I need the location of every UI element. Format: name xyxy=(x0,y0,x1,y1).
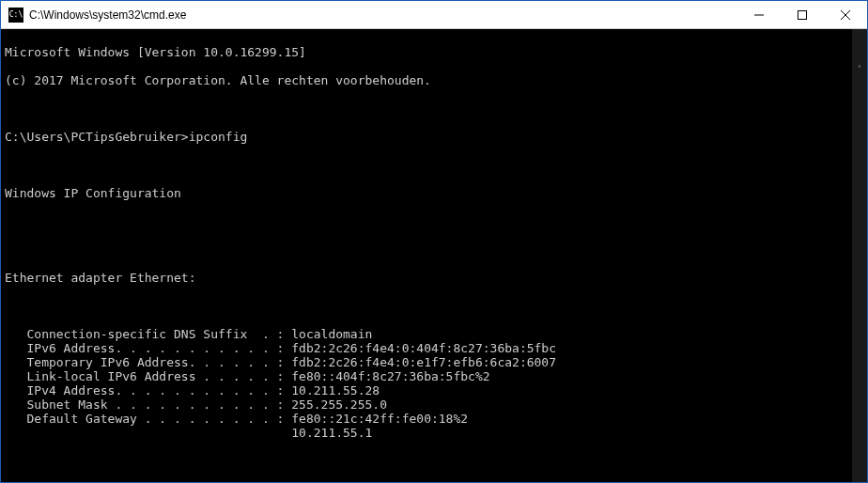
config-row: IPv6 Address. . . . . . . . . . . : fdb2… xyxy=(5,341,863,355)
minimize-icon xyxy=(754,10,764,20)
maximize-icon xyxy=(798,10,807,20)
blank-line xyxy=(5,158,863,172)
config-label: Temporary IPv6 Address. . . . . . : xyxy=(5,355,284,369)
config-row: Connection-specific DNS Suffix . : local… xyxy=(5,327,863,341)
command: ipconfig xyxy=(189,130,248,144)
svg-rect-1 xyxy=(798,10,807,19)
maximize-button[interactable] xyxy=(781,1,824,28)
blank-line xyxy=(5,299,863,313)
config-label: Connection-specific DNS Suffix . : xyxy=(5,327,284,341)
prompt-line: C:\Users\PCTipsGebruiker>ipconfig xyxy=(5,130,863,144)
config-label: Subnet Mask . . . . . . . . . . . : xyxy=(5,397,284,412)
blank-line xyxy=(5,101,863,116)
copyright: (c) 2017 Microsoft Corporation. Alle rec… xyxy=(5,73,863,87)
os-version: Microsoft Windows [Version 10.0.16299.15… xyxy=(5,45,863,59)
minimize-button[interactable] xyxy=(737,1,781,28)
terminal-output[interactable]: Microsoft Windows [Version 10.0.16299.15… xyxy=(1,29,867,482)
config-row: Temporary IPv6 Address. . . . . . : fdb2… xyxy=(5,355,863,369)
config-value: fe80::404f:8c27:36ba:5fbc%2 xyxy=(284,369,489,383)
config-row: IPv4 Address. . . . . . . . . . . : 10.2… xyxy=(5,383,863,397)
close-icon xyxy=(841,10,850,20)
cmd-icon-label: C:\ xyxy=(9,11,23,19)
config-value: localdomain xyxy=(284,327,372,341)
blank-line xyxy=(5,242,863,257)
scrollbar[interactable]: ▴ xyxy=(852,29,867,482)
config-label: Link-local IPv6 Address . . . . . : xyxy=(5,369,284,383)
config-row: 10.211.55.1 xyxy=(5,426,863,440)
cmd-icon: C:\ xyxy=(8,8,23,23)
config-value: fe80::21c:42ff:fe00:18%2 xyxy=(284,412,468,426)
config-label: IPv6 Address. . . . . . . . . . . : xyxy=(5,341,284,355)
scroll-up-icon[interactable]: ▴ xyxy=(852,57,867,72)
blank-line xyxy=(5,214,863,228)
prompt: C:\Users\PCTipsGebruiker> xyxy=(5,130,189,144)
ipconfig-title: Windows IP Configuration xyxy=(5,186,863,200)
config-label xyxy=(5,426,284,440)
window-controls xyxy=(737,1,867,28)
config-label: Default Gateway . . . . . . . . . : xyxy=(5,412,284,426)
config-row: Link-local IPv6 Address . . . . . : fe80… xyxy=(5,369,863,383)
blank-line xyxy=(5,454,863,468)
config-row: Default Gateway . . . . . . . . . : fe80… xyxy=(5,412,863,426)
config-value: 10.211.55.1 xyxy=(284,426,372,440)
config-row: Subnet Mask . . . . . . . . . . . : 255.… xyxy=(5,397,863,412)
config-value: 255.255.255.0 xyxy=(284,397,387,412)
window-titlebar: C:\ C:\Windows\system32\cmd.exe xyxy=(1,1,867,29)
adapter-header: Ethernet adapter Ethernet: xyxy=(5,271,863,285)
config-value: fdb2:2c26:f4e4:0:404f:8c27:36ba:5fbc xyxy=(284,341,556,355)
config-value: 10.211.55.28 xyxy=(284,383,380,397)
config-label: IPv4 Address. . . . . . . . . . . : xyxy=(5,383,284,397)
config-value: fdb2:2c26:f4e4:0:e1f7:efb6:6ca2:6007 xyxy=(284,355,556,369)
window-title: C:\Windows\system32\cmd.exe xyxy=(29,8,737,22)
close-button[interactable] xyxy=(824,1,867,28)
